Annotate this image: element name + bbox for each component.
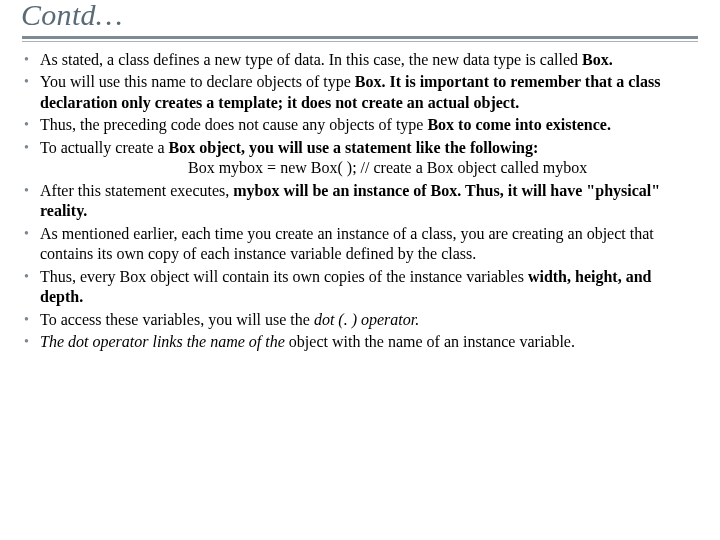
- text: You will use this name to declare object…: [40, 73, 355, 90]
- text: As mentioned earlier, each time you crea…: [40, 225, 654, 262]
- text-italic: The dot operator links the name of the: [40, 333, 285, 350]
- title-rule: [22, 36, 698, 42]
- list-item: You will use this name to declare object…: [22, 72, 698, 113]
- list-item: As mentioned earlier, each time you crea…: [22, 224, 698, 265]
- text: To actually create a: [40, 139, 169, 156]
- list-item: To access these variables, you will use …: [22, 310, 698, 330]
- text: As stated, a class defines a new type of…: [40, 51, 582, 68]
- text-bold: Box object, you will use a statement lik…: [169, 139, 539, 156]
- text: Thus, every Box object will contain its …: [40, 268, 528, 285]
- rule-top: [22, 36, 698, 39]
- list-item: As stated, a class defines a new type of…: [22, 50, 698, 70]
- text-italic: dot (. ) operator.: [314, 311, 419, 328]
- list-item: Thus, every Box object will contain its …: [22, 267, 698, 308]
- text-bold: Box.: [582, 51, 613, 68]
- code-line: Box mybox = new Box( ); // create a Box …: [40, 158, 698, 178]
- text-bold: Box to come into existence.: [427, 116, 611, 133]
- slide: Contd… As stated, a class defines a new …: [0, 0, 720, 540]
- bullet-list: As stated, a class defines a new type of…: [22, 50, 698, 353]
- slide-title: Contd…: [21, 0, 698, 30]
- rule-bottom: [22, 41, 698, 42]
- text: object with the name of an instance vari…: [285, 333, 575, 350]
- list-item: The dot operator links the name of the o…: [22, 332, 698, 352]
- list-item: Thus, the preceding code does not cause …: [22, 115, 698, 135]
- list-item: To actually create a Box object, you wil…: [22, 138, 698, 179]
- text: To access these variables, you will use …: [40, 311, 314, 328]
- text: Thus, the preceding code does not cause …: [40, 116, 427, 133]
- list-item: After this statement executes, mybox wil…: [22, 181, 698, 222]
- text: After this statement executes,: [40, 182, 233, 199]
